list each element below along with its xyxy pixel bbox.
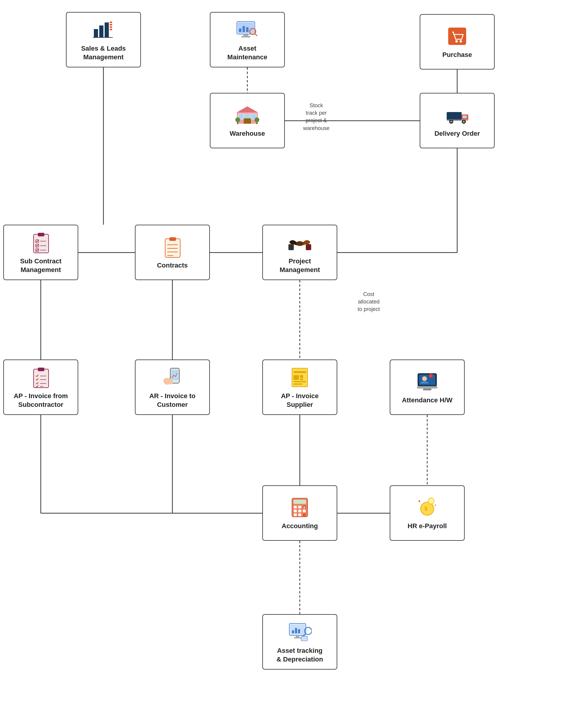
svg-rect-18: [94, 29, 98, 37]
svg-point-52: [450, 121, 452, 123]
node-asset-maintenance: AssetMaintenance: [210, 12, 285, 67]
diagram-container: Sales & LeadsManagement AssetMaintenance: [0, 0, 566, 728]
attendance-label: Attendance H/W: [402, 396, 453, 405]
svg-rect-121: [292, 630, 294, 633]
svg-rect-75: [306, 244, 311, 250]
ar-invoice-label: AR - Invoice toCustomer: [149, 392, 195, 409]
asset-tracking-label: Asset tracking& Depreciation: [276, 647, 323, 664]
svg-rect-100: [294, 506, 297, 508]
svg-rect-22: [110, 24, 112, 25]
svg-rect-103: [294, 510, 297, 512]
accounting-label: Accounting: [282, 522, 318, 531]
svg-rect-77: [38, 368, 44, 371]
svg-rect-125: [294, 637, 301, 638]
node-project-management: ProjectManagement: [262, 225, 337, 280]
sub-contract-icon: [29, 231, 53, 255]
node-attendance: ! Attendance H/W: [390, 360, 465, 415]
purchase-icon: [445, 24, 469, 48]
sales-leads-icon: [91, 18, 115, 42]
svg-text:✦: ✦: [434, 504, 437, 507]
svg-rect-124: [296, 635, 299, 637]
hr-epayroll-icon: $ ✦ ✦: [415, 496, 439, 519]
node-purchase: Purchase: [420, 14, 495, 70]
svg-point-73: [296, 241, 304, 246]
svg-rect-86: [294, 375, 299, 380]
node-asset-tracking: Asset tracking& Depreciation: [262, 614, 337, 670]
svg-rect-45: [237, 122, 238, 124]
purchase-label: Purchase: [442, 51, 472, 59]
svg-rect-23: [110, 26, 112, 28]
svg-rect-129: [302, 637, 307, 640]
svg-rect-50: [463, 115, 467, 118]
svg-point-113: [428, 498, 434, 504]
node-ap-invoice-sub: AP - Invoice fromSubcontractor: [3, 360, 78, 415]
node-delivery-order: Delivery Order: [420, 93, 495, 148]
ap-invoice-sub-icon: [29, 365, 53, 389]
node-ar-invoice: AR - Invoice toCustomer: [135, 360, 210, 415]
svg-point-37: [460, 40, 462, 43]
svg-rect-19: [99, 25, 103, 37]
ap-invoice-supplier-label: AP - InvoiceSupplier: [281, 392, 319, 409]
node-ap-invoice-supplier: AP - InvoiceSupplier: [262, 360, 337, 415]
svg-rect-34: [241, 36, 250, 37]
svg-point-93: [422, 376, 427, 381]
svg-point-54: [463, 121, 465, 123]
svg-rect-88: [300, 379, 303, 380]
project-management-icon: [288, 231, 312, 255]
annotation-stock-track: Stocktrack perproject &warehouse: [292, 102, 340, 132]
asset-maintenance-icon: [235, 18, 259, 42]
asset-tracking-icon: [288, 620, 312, 644]
accounting-icon: [288, 496, 312, 519]
svg-marker-39: [237, 106, 258, 112]
svg-rect-87: [300, 375, 303, 378]
svg-rect-30: [246, 27, 248, 32]
ar-invoice-icon: [160, 365, 184, 389]
svg-point-46: [254, 117, 259, 122]
ap-invoice-sub-label: AP - Invoice fromSubcontractor: [14, 392, 68, 409]
delivery-order-label: Delivery Order: [434, 129, 480, 138]
svg-rect-74: [289, 244, 294, 250]
warehouse-label: Warehouse: [230, 129, 265, 138]
svg-rect-89: [294, 381, 306, 382]
svg-rect-123: [298, 629, 300, 633]
node-warehouse: Warehouse: [210, 93, 285, 148]
svg-rect-47: [256, 122, 257, 124]
svg-point-36: [455, 40, 458, 43]
svg-rect-33: [243, 34, 248, 36]
svg-rect-76: [34, 369, 49, 388]
node-hr-epayroll: $ ✦ ✦ HR e-Payroll: [390, 485, 465, 541]
node-contracts: Contracts: [135, 225, 210, 280]
svg-text:✦: ✦: [418, 499, 421, 504]
contracts-icon: [160, 235, 184, 259]
svg-rect-28: [239, 28, 241, 32]
svg-rect-107: [298, 513, 301, 516]
svg-line-32: [255, 34, 257, 36]
svg-rect-57: [38, 233, 44, 236]
svg-point-44: [235, 117, 240, 122]
svg-rect-96: [417, 386, 437, 389]
svg-rect-20: [105, 22, 109, 37]
warehouse-icon: [235, 103, 259, 127]
svg-text:$: $: [425, 506, 428, 512]
svg-rect-43: [244, 118, 251, 124]
svg-rect-122: [295, 628, 297, 633]
node-sub-contract: Sub ContractManagement: [3, 225, 78, 280]
svg-rect-29: [242, 26, 245, 32]
svg-rect-101: [298, 506, 301, 508]
svg-rect-21: [110, 22, 112, 23]
node-accounting: Accounting: [262, 485, 337, 541]
svg-rect-83: [171, 370, 178, 380]
node-sales-leads: Sales & LeadsManagement: [66, 12, 141, 67]
svg-rect-97: [423, 389, 431, 390]
svg-rect-24: [110, 29, 112, 30]
annotation-cost-allocated: Costallocatedto project: [346, 291, 391, 313]
svg-rect-48: [447, 112, 462, 120]
svg-rect-99: [294, 500, 306, 504]
svg-point-94: [429, 374, 433, 378]
sub-contract-label: Sub ContractManagement: [20, 257, 61, 274]
hr-epayroll-label: HR e-Payroll: [408, 522, 447, 531]
svg-rect-68: [169, 237, 176, 241]
svg-rect-90: [294, 383, 303, 385]
svg-rect-105: [303, 510, 306, 512]
attendance-icon: !: [415, 370, 439, 394]
